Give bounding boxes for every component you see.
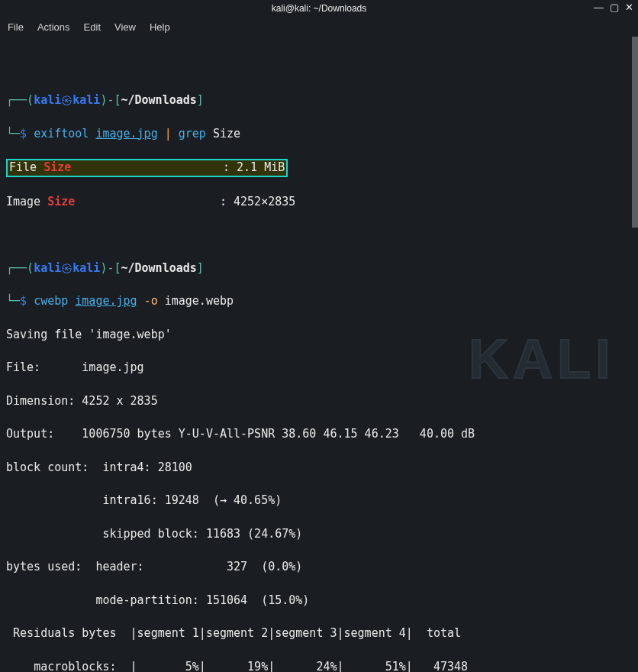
cwebp-out-mode-partition: mode-partition: 151064 (15.0%) <box>6 593 632 609</box>
menu-file[interactable]: File <box>8 21 24 33</box>
menu-view[interactable]: View <box>114 21 136 33</box>
command-1: └─$ exiftool image.jpg | grep Size <box>6 126 632 143</box>
output-image-size-1: Image Size : 4252×2835 <box>6 194 632 211</box>
cwebp-out-block-intra16: intra16: 19248 (→ 40.65%) <box>6 493 632 509</box>
cwebp-out-block-intra4: block count: intra4: 28100 <box>6 460 632 477</box>
cwebp-out-dimension: Dimension: 4252 x 2835 <box>6 393 632 410</box>
menu-edit[interactable]: Edit <box>84 21 101 33</box>
cwebp-table-header: Residuals bytes |segment 1|segment 2|seg… <box>6 625 632 642</box>
menu-bar: File Actions Edit View Help <box>0 17 638 37</box>
prompt-line-1: ┌──(kali㉿kali)-[~/Downloads] <box>6 92 632 109</box>
prompt-line-2: ┌──(kali㉿kali)-[~/Downloads] <box>6 260 632 277</box>
close-icon[interactable]: ✕ <box>625 2 633 13</box>
menu-actions[interactable]: Actions <box>37 21 70 33</box>
menu-help[interactable]: Help <box>150 21 170 33</box>
window-titlebar: kali@kali: ~/Downloads — ▢ ✕ <box>0 0 638 17</box>
minimize-icon[interactable]: — <box>594 2 604 13</box>
cwebp-table-macroblocks: macroblocks: | 5%| 19%| 24%| 51%| 47348 <box>6 659 632 673</box>
cwebp-out-file: File: image.jpg <box>6 360 632 376</box>
window-title: kali@kali: ~/Downloads <box>272 3 367 14</box>
window-controls: — ▢ ✕ <box>594 2 633 13</box>
cwebp-out-block-skipped: skipped block: 11683 (24.67%) <box>6 526 632 543</box>
output-file-size-1: File Size : 2.1 MiB <box>6 159 632 177</box>
command-2: └─$ cwebp image.jpg -o image.webp <box>6 293 632 310</box>
cwebp-out-output: Output: 1006750 bytes Y-U-V-All-PSNR 38.… <box>6 426 632 443</box>
maximize-icon[interactable]: ▢ <box>610 2 619 13</box>
cwebp-out-header: bytes used: header: 327 (0.0%) <box>6 559 632 576</box>
terminal-output[interactable]: KALI ┌──(kali㉿kali)-[~/Downloads] └─$ ex… <box>0 37 638 672</box>
cwebp-out-saving: Saving file 'image.webp' <box>6 327 632 344</box>
